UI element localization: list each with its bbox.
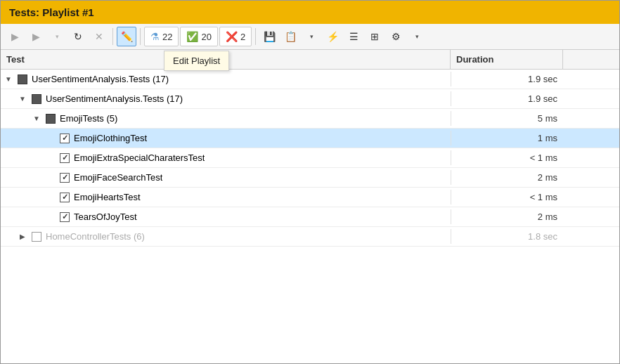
duration-cell: 2 ms: [451, 209, 563, 224]
rerun-button[interactable]: ↻: [68, 27, 88, 46]
pencil-icon: ✏️: [121, 31, 133, 42]
passed-tests-button[interactable]: ✅ 20: [180, 27, 217, 46]
chevron-down-icon: ▾: [56, 33, 59, 40]
table-row[interactable]: ✓EmojiExtraSpecialCharatersTest< 1 ms: [1, 148, 619, 168]
table-row[interactable]: ✓EmojiFaceSearchTest2 ms: [1, 168, 619, 188]
test-checkbox[interactable]: [32, 94, 41, 104]
rerun-icon: ↻: [74, 31, 82, 42]
copy-button[interactable]: 📋: [280, 27, 300, 46]
expand-icon[interactable]: ▼: [18, 94, 27, 104]
total-tests-button[interactable]: ⚗ 22: [144, 27, 179, 46]
test-label: EmojiHeartsTest: [74, 192, 141, 202]
test-checkbox[interactable]: [18, 74, 27, 84]
total-count: 22: [162, 32, 172, 42]
test-label: UserSentimentAnalysis.Tests (17): [32, 74, 169, 84]
passed-count: 20: [201, 32, 211, 42]
table-row[interactable]: ▼UserSentimentAnalysis.Tests (17)1.9 sec: [1, 89, 619, 109]
test-checkbox[interactable]: ✓: [60, 193, 70, 202]
columns-icon: ⊞: [370, 31, 379, 42]
test-cell: ✓EmojiClothingTest: [1, 131, 451, 145]
test-label: EmojiFaceSearchTest: [74, 172, 162, 183]
separator-1: [112, 28, 113, 45]
settings-dropdown-button[interactable]: ▾: [407, 27, 427, 46]
duration-cell: 2 ms: [451, 170, 563, 185]
expand-icon[interactable]: ▼: [4, 74, 13, 84]
duration-cell: 1.8 sec: [451, 229, 563, 244]
failed-tests-button[interactable]: ❌ 2: [219, 27, 252, 46]
table-row[interactable]: ✓EmojiClothingTest1 ms: [1, 129, 619, 148]
test-label: EmojiClothingTest: [74, 133, 147, 143]
duration-cell: < 1 ms: [451, 190, 563, 204]
test-cell: ✓EmojiFaceSearchTest: [1, 170, 451, 185]
stop-icon: ✕: [95, 31, 103, 42]
title-bar: Tests: Playlist #1: [1, 1, 619, 24]
table-row[interactable]: ▶HomeControllerTests (6)1.8 sec: [1, 227, 619, 247]
duration-cell: < 1 ms: [451, 150, 563, 165]
failed-count: 2: [240, 32, 245, 42]
gear-icon: ⚙: [392, 31, 401, 42]
copy-dropdown-button[interactable]: ▾: [302, 27, 321, 46]
test-cell: ▼UserSentimentAnalysis.Tests (17): [1, 72, 451, 86]
test-cell: ✓TearsOfJoyTest: [1, 209, 451, 224]
test-cell: ✓EmojiHeartsTest: [1, 190, 451, 204]
test-checkbox[interactable]: ✓: [60, 153, 70, 163]
test-checkbox[interactable]: ✓: [60, 134, 70, 143]
test-checkbox[interactable]: ✓: [60, 212, 70, 222]
chevron-down-icon-3: ▾: [415, 33, 419, 40]
separator-2: [140, 28, 141, 45]
settings-button[interactable]: ⚙: [386, 27, 406, 46]
test-list[interactable]: ▼UserSentimentAnalysis.Tests (17)1.9 sec…: [1, 70, 619, 363]
test-cell: ✓EmojiExtraSpecialCharatersTest: [1, 150, 451, 165]
duration-cell: 1.9 sec: [451, 72, 563, 86]
test-label: HomeControllerTests (6): [46, 231, 145, 242]
test-checkbox[interactable]: ✓: [60, 173, 70, 183]
edit-playlist-tooltip: Edit Playlist: [164, 51, 229, 71]
col-extra-header: [563, 50, 619, 69]
duration-cell: 1 ms: [451, 131, 563, 145]
test-checkbox[interactable]: [46, 114, 56, 124]
test-cell: ▶HomeControllerTests (6): [1, 229, 451, 244]
window-title: Tests: Playlist #1: [9, 6, 94, 18]
play-dropdown-button[interactable]: ▾: [47, 27, 67, 46]
test-label: UserSentimentAnalysis.Tests (17): [46, 93, 183, 104]
test-cell: ▼UserSentimentAnalysis.Tests (17): [1, 91, 451, 106]
test-cell: ▼EmojiTests (5): [1, 111, 451, 126]
columns-button[interactable]: ⊞: [365, 27, 385, 46]
test-label: TearsOfJoyTest: [74, 212, 137, 222]
table-header: Test Duration: [1, 50, 619, 70]
list-button[interactable]: ☰: [344, 27, 363, 46]
test-label: EmojiTests (5): [60, 113, 117, 124]
toolbar: ▶ ▶ ▾ ↻ ✕ ✏️ ⚗ 22 ✅ 20 ❌ 2: [1, 24, 619, 50]
table-row[interactable]: ✓TearsOfJoyTest2 ms: [1, 207, 619, 227]
duration-cell: 5 ms: [451, 111, 563, 126]
list-icon: ☰: [349, 31, 359, 42]
expand-icon[interactable]: ▼: [32, 114, 41, 124]
x-circle-icon: ❌: [226, 31, 238, 42]
save-button[interactable]: 💾: [259, 27, 279, 46]
expand-icon[interactable]: ▶: [18, 232, 27, 242]
edit-playlist-button[interactable]: ✏️: [117, 27, 136, 46]
play-icon: ▶: [32, 31, 40, 42]
test-explorer-content: Test Duration ▼UserSentimentAnalysis.Tes…: [1, 50, 619, 363]
duration-cell: 1.9 sec: [451, 91, 563, 106]
play-all-button[interactable]: ▶: [5, 27, 25, 46]
test-label: EmojiExtraSpecialCharatersTest: [74, 152, 205, 163]
stop-button[interactable]: ✕: [89, 27, 109, 46]
test-checkbox[interactable]: [32, 232, 41, 242]
debug-button[interactable]: ⚡: [323, 27, 342, 46]
separator-3: [255, 28, 256, 45]
check-circle-icon: ✅: [186, 31, 198, 42]
play-all-icon: ▶: [11, 31, 19, 42]
col-duration-header: Duration: [451, 50, 563, 69]
table-row[interactable]: ✓EmojiHeartsTest< 1 ms: [1, 188, 619, 207]
table-row[interactable]: ▼EmojiTests (5)5 ms: [1, 109, 619, 129]
debug-icon: ⚡: [327, 31, 339, 42]
main-window: Tests: Playlist #1 ▶ ▶ ▾ ↻ ✕ ✏️ ⚗ 22: [0, 0, 620, 364]
play-button[interactable]: ▶: [26, 27, 46, 46]
save-icon: 💾: [264, 31, 276, 42]
copy-icon: 📋: [285, 31, 297, 42]
flask-icon: ⚗: [150, 31, 160, 42]
chevron-down-icon-2: ▾: [310, 33, 314, 40]
table-row[interactable]: ▼UserSentimentAnalysis.Tests (17)1.9 sec: [1, 70, 619, 89]
